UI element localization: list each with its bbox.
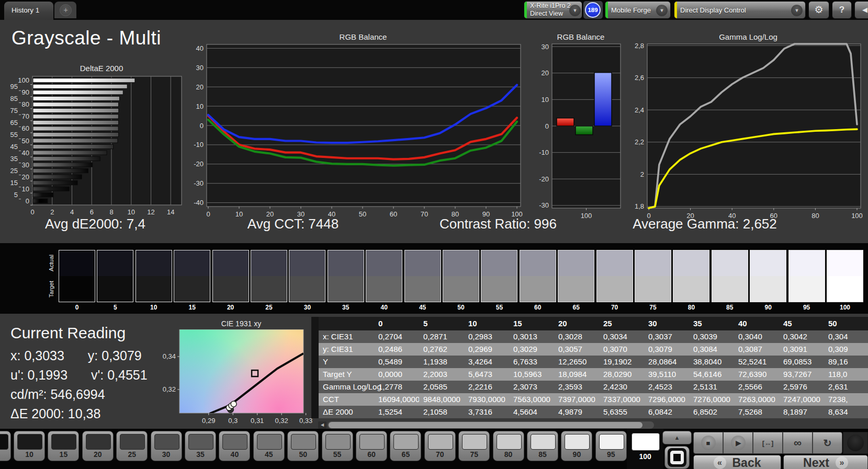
table-column-header: 45 bbox=[779, 317, 824, 330]
new-tab-button[interactable]: + bbox=[54, 2, 76, 18]
table-cell: 1,1938 bbox=[419, 356, 464, 368]
swatch-actual bbox=[251, 250, 287, 276]
pattern-level-button-85[interactable]: 85 bbox=[527, 431, 558, 461]
table-cell: 0,3037 bbox=[644, 330, 689, 343]
table-row: y: CIE310,24860,27620,29690,30290,30570,… bbox=[311, 343, 868, 356]
swatch-target bbox=[213, 276, 249, 302]
svg-text:0: 0 bbox=[545, 122, 549, 130]
stop-button[interactable]: ■ bbox=[693, 432, 723, 454]
swatch-target bbox=[289, 276, 325, 302]
table-cell: 2,1058 bbox=[419, 406, 464, 418]
rgb-balance-bar-chart: 3020100-10-20-30100 bbox=[534, 41, 624, 220]
avg-cct-stat: Avg CCT: 7448 bbox=[247, 216, 339, 232]
table-row-label: Gamma Log/Log bbox=[319, 381, 374, 393]
table-row: Gamma Log/Log1,27782,05852,22162,30732,3… bbox=[311, 381, 868, 393]
deltae-bar-15 bbox=[33, 181, 77, 185]
source-dropdown[interactable]: Mobile Forge ▼ bbox=[605, 1, 671, 19]
pattern-level-button-50[interactable]: 50 bbox=[287, 431, 319, 461]
swatch-level-label: 10 bbox=[136, 304, 172, 311]
table-cell: 2,2003 bbox=[419, 368, 464, 381]
table-cell: 0,3034 bbox=[599, 330, 644, 343]
swatch-tile-35 bbox=[328, 250, 364, 302]
meter-reading-badge-plate: 189 bbox=[583, 1, 603, 19]
pattern-level-button-90[interactable]: 90 bbox=[561, 431, 592, 461]
pattern-level-button-45[interactable]: 45 bbox=[253, 431, 285, 461]
table-row-label: CCT bbox=[319, 393, 374, 406]
svg-text:0: 0 bbox=[206, 210, 210, 218]
meter-reading-badge[interactable]: 189 bbox=[585, 2, 601, 18]
swatch-target bbox=[59, 276, 95, 302]
refresh-button[interactable]: ↻ bbox=[813, 432, 842, 454]
swatch-actual bbox=[443, 250, 479, 276]
pattern-level-label: 95 bbox=[596, 450, 626, 459]
pattern-level-label: 5 bbox=[0, 450, 10, 459]
settings-button[interactable]: ⚙ bbox=[808, 1, 829, 19]
table-cell: 7296,0000 bbox=[644, 393, 689, 406]
scrollbar-thumb[interactable] bbox=[329, 422, 642, 428]
table-scrollbar[interactable]: ◀ bbox=[318, 421, 654, 429]
next-button[interactable]: Next » bbox=[783, 455, 868, 469]
pattern-level-button-20[interactable]: 20 bbox=[82, 431, 114, 461]
table-row: Y0,54891,19383,42646,763312,265019,19022… bbox=[311, 356, 868, 368]
pattern-level-button-70[interactable]: 70 bbox=[424, 431, 456, 461]
pattern-level-button-30[interactable]: 30 bbox=[151, 431, 182, 461]
pattern-level-label: 50 bbox=[288, 450, 318, 459]
pattern-window-button[interactable] bbox=[664, 446, 690, 469]
pattern-level-button-60[interactable]: 60 bbox=[356, 431, 387, 461]
table-cell: 9848,0000 bbox=[419, 393, 464, 406]
svg-text:10: 10 bbox=[22, 185, 29, 193]
pattern-level-button-10[interactable]: 10 bbox=[14, 431, 45, 461]
swatch-actual bbox=[597, 250, 633, 276]
svg-text:-10: -10 bbox=[194, 141, 204, 148]
table-cell: 0,309 bbox=[824, 343, 868, 356]
table-cell: 12,2650 bbox=[554, 356, 599, 368]
pattern-color-patch bbox=[428, 434, 453, 450]
svg-text:0,33: 0,33 bbox=[299, 417, 312, 425]
table-cell: 89,16 bbox=[824, 356, 868, 368]
deltae-bar-40 bbox=[33, 151, 107, 155]
pattern-level-button-80[interactable]: 80 bbox=[493, 431, 524, 461]
swatch-level-label: 25 bbox=[251, 304, 287, 311]
collapse-panel-button[interactable]: ◀ bbox=[854, 1, 868, 19]
swatch-target bbox=[366, 276, 402, 302]
pattern-level-button-95[interactable]: 95 bbox=[595, 431, 627, 461]
pattern-level-button-25[interactable]: 25 bbox=[116, 431, 148, 461]
scroll-left-icon[interactable]: ◀ bbox=[318, 421, 326, 429]
deltae-bar-90 bbox=[33, 90, 123, 95]
svg-text:15: 15 bbox=[10, 179, 18, 187]
pattern-level-button-65[interactable]: 65 bbox=[390, 431, 421, 461]
play-button[interactable]: ▶ bbox=[723, 432, 753, 454]
pattern-level-button-75[interactable]: 75 bbox=[458, 431, 490, 461]
back-button[interactable]: « Back bbox=[693, 455, 781, 469]
loop-button[interactable]: ∞ bbox=[783, 432, 813, 454]
history-tab[interactable]: History 1 bbox=[4, 2, 53, 20]
measure-range-button[interactable]: [↔] bbox=[753, 432, 783, 454]
pattern-color-patch bbox=[325, 434, 351, 450]
help-button[interactable]: ? bbox=[832, 1, 852, 19]
record-button[interactable] bbox=[843, 432, 868, 454]
svg-text:60: 60 bbox=[390, 210, 397, 218]
pattern-level-button-100[interactable]: 100 bbox=[629, 431, 661, 461]
display-control-dropdown[interactable]: Direct Display Control ▼ bbox=[674, 1, 806, 19]
table-cell: 7563,0000 bbox=[509, 393, 554, 406]
pattern-level-button-40[interactable]: 40 bbox=[219, 431, 250, 461]
chevron-down-icon: ▼ bbox=[791, 5, 803, 16]
meter-dropdown[interactable]: X-Rite i1Pro 2 Direct View ▼ bbox=[524, 1, 582, 19]
table-cell: 2,0585 bbox=[419, 381, 464, 393]
svg-text:20: 20 bbox=[22, 173, 29, 181]
pattern-level-button-15[interactable]: 15 bbox=[48, 431, 79, 461]
pattern-level-label: 30 bbox=[151, 450, 182, 459]
pattern-color-patch bbox=[222, 434, 247, 450]
chevron-down-icon: ▼ bbox=[656, 5, 668, 16]
svg-text:2,4: 2,4 bbox=[635, 106, 644, 114]
pattern-level-button-5[interactable]: 5 bbox=[0, 431, 11, 461]
table-header-row: 05101520253035404550 bbox=[311, 317, 868, 330]
scrollbar-track[interactable] bbox=[328, 421, 654, 429]
pattern-scroll-up-button[interactable]: ▲ bbox=[662, 431, 692, 444]
pattern-level-button-55[interactable]: 55 bbox=[322, 431, 353, 461]
swatch-target bbox=[635, 276, 671, 302]
pattern-level-button-35[interactable]: 35 bbox=[185, 431, 216, 461]
pattern-level-label: 80 bbox=[493, 450, 524, 459]
svg-text:0: 0 bbox=[200, 122, 204, 130]
svg-text:30: 30 bbox=[22, 161, 29, 169]
